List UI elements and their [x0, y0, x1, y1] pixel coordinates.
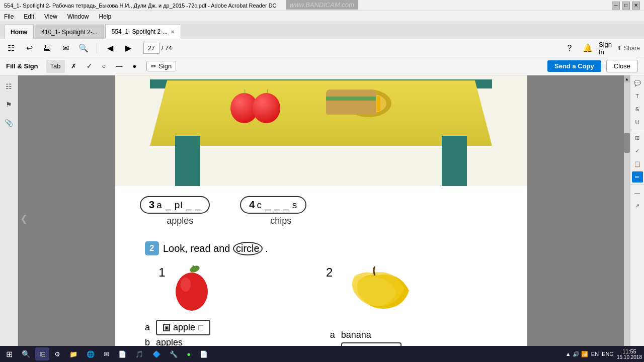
time-display: 11:55 [617, 348, 642, 354]
vm-button[interactable]: 🔧 [166, 347, 182, 360]
menu-view[interactable]: View [42, 12, 59, 21]
item1-number: 1 [158, 265, 165, 280]
item2-option-a: a banana [330, 330, 411, 340]
rp-cursor-icon[interactable]: ↗ [632, 200, 643, 211]
instruction-dot: . [265, 243, 268, 254]
toolbar-right: ? 🔔 Sign In ⬆ Share [562, 41, 640, 55]
rp-underline-icon[interactable]: U [632, 117, 643, 128]
item1: 1 [145, 265, 225, 358]
menu-bar: File Edit View Window Help [0, 11, 644, 22]
table-leg-right [442, 136, 467, 186]
layers-icon[interactable]: ☷ [2, 79, 16, 94]
rp-minus-icon[interactable]: — [632, 187, 643, 198]
spacer [246, 265, 306, 358]
clock: 11:55 15.10.2018 [617, 348, 642, 360]
ide-button[interactable]: 🔷 [148, 347, 165, 360]
share-label: Share [624, 45, 640, 52]
thumbnails-icon[interactable]: ☷ [4, 41, 18, 55]
maximize-button[interactable]: □ [622, 2, 630, 10]
tab-button[interactable]: Tab [46, 60, 65, 73]
menu-window[interactable]: Window [65, 12, 91, 21]
print-icon[interactable]: 🖶 [40, 41, 54, 55]
minimize-button[interactable]: ─ [612, 2, 620, 10]
cross-button[interactable]: ✗ [67, 60, 80, 73]
app1-button[interactable]: ● [183, 347, 195, 360]
scroll-up[interactable]: ▲ [624, 75, 630, 82]
item1-checkbox-small [198, 325, 203, 330]
tab-home[interactable]: Home [4, 25, 34, 39]
sign-button[interactable]: ✏ Sign [146, 61, 176, 71]
music-button[interactable]: 🎵 [131, 347, 147, 360]
table-section [115, 75, 527, 186]
svg-point-0 [189, 265, 200, 274]
notification-icon[interactable]: 🔔 [581, 41, 595, 55]
pdf-taskbar-button[interactable]: 📄 [196, 347, 212, 360]
search-icon[interactable]: 🔍 [76, 41, 91, 55]
page-input[interactable]: 27 [143, 43, 159, 54]
rp-highlight-icon[interactable]: T [632, 90, 643, 102]
rp-comment-icon[interactable]: 💬 [632, 77, 643, 88]
table-top [150, 80, 492, 146]
section2-instruction: Look, read and circle . [163, 242, 268, 255]
apple-image [172, 265, 212, 316]
close-fill-sign-button[interactable]: Close [606, 60, 638, 72]
search-button[interactable]: 🔍 [18, 347, 34, 360]
ie-button[interactable]: IE [35, 347, 49, 360]
tab-spotlight1[interactable]: 410_1- Spotlight 2-... [35, 25, 104, 39]
menu-help[interactable]: Help [97, 12, 114, 21]
item1-letter-a: a [145, 322, 153, 333]
section2: 2 Look, read and circle . 1 [115, 236, 527, 358]
item1-box-a[interactable]: ▣ apple [156, 320, 210, 335]
puzzle-word3: a _ pl _ _ [156, 200, 201, 211]
tab-close-icon[interactable]: ✕ [171, 29, 175, 35]
window-controls: ─ □ ✕ [612, 2, 640, 10]
files-button[interactable]: 📄 [114, 347, 130, 360]
scroll-thumb[interactable] [624, 133, 630, 153]
puzzle-item3: 3 a _ pl _ _ apples [140, 196, 210, 226]
attachment-icon[interactable]: 📎 [2, 116, 16, 130]
settings-button[interactable]: ⚙ [50, 347, 64, 360]
bookmark-icon[interactable]: ⚑ [2, 98, 16, 112]
rp-pen-icon[interactable]: ✏ [632, 171, 643, 183]
email-icon[interactable]: ✉ [58, 41, 72, 55]
puzzle-section: 3 a _ pl _ _ apples 4 c _ _ _ s chips [115, 186, 527, 236]
start-button[interactable]: ⊞ [2, 347, 17, 360]
signin-button[interactable]: Sign In [599, 41, 613, 55]
scrollbar[interactable]: ▲ ▼ [624, 75, 630, 362]
next-page-icon[interactable]: ▶ [121, 41, 135, 55]
send-copy-button[interactable]: Send a Copy [547, 60, 601, 72]
email-taskbar-button[interactable]: ✉ [100, 347, 113, 360]
folder-button[interactable]: 📁 [65, 347, 82, 360]
menu-file[interactable]: File [2, 12, 16, 21]
dot-button[interactable]: ● [128, 60, 140, 73]
scroll-left-arrow[interactable]: ❮ [18, 211, 30, 226]
rp-strikethrough-icon[interactable]: S̶ [632, 104, 643, 115]
page-separator: / [162, 45, 163, 52]
rp-check-icon[interactable]: ✓ [632, 145, 643, 156]
svg-point-2 [181, 278, 191, 292]
browser-button[interactable]: 🌐 [83, 347, 99, 360]
menu-edit[interactable]: Edit [22, 12, 36, 21]
lang-indicator: EN [591, 351, 599, 357]
puzzle-row: 3 a _ pl _ _ apples 4 c _ _ _ s chips [140, 196, 502, 226]
pdf-content: 3 a _ pl _ _ apples 4 c _ _ _ s chips [115, 75, 527, 358]
fill-sign-label: Fill & Sign [6, 62, 38, 70]
document-area: ❮ [18, 75, 630, 362]
rp-grid-icon[interactable]: ⊞ [632, 132, 643, 143]
circle-button[interactable]: ○ [98, 60, 110, 73]
item2-number: 2 [326, 265, 333, 280]
section2-header: 2 Look, read and circle . [145, 241, 497, 255]
check-button[interactable]: ✓ [83, 60, 96, 73]
prev-page-icon[interactable]: ◀ [103, 41, 117, 55]
fill-sign-toolbar: Fill & Sign Tab ✗ ✓ ○ — ● ✏ Sign Send a … [0, 57, 644, 75]
back-icon[interactable]: ↩ [22, 41, 36, 55]
tab-spotlight2[interactable]: 554_1- Spotlight 2-... ✕ [105, 25, 181, 39]
circle-word: circle [233, 242, 263, 255]
main-area: ☷ ⚑ 📎 ❮ [0, 75, 644, 362]
window-title: 554_1- Spotlight 2- Рабочая тетрадь_Быко… [4, 3, 612, 9]
rp-stamp-icon[interactable]: 📋 [632, 158, 643, 169]
help-icon[interactable]: ? [562, 41, 577, 55]
share-button[interactable]: ⬆ Share [617, 45, 640, 52]
close-button[interactable]: ✕ [632, 2, 640, 10]
dash-button[interactable]: — [112, 60, 126, 73]
